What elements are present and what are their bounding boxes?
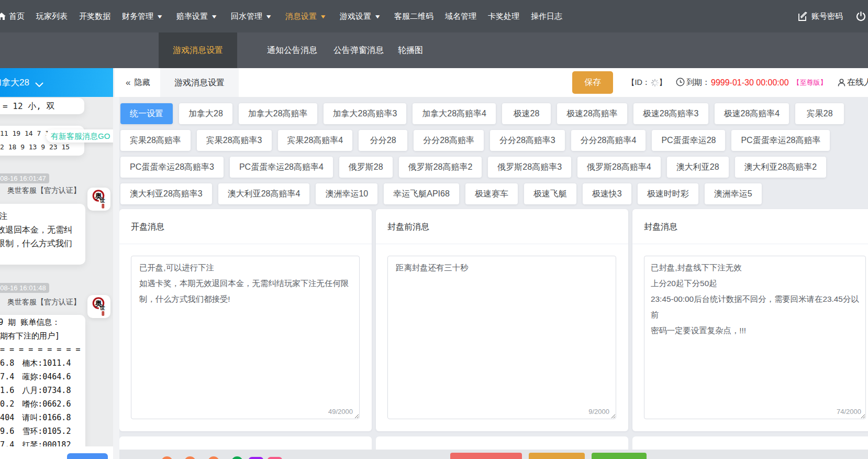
chat-timestamp: 2023-08-16 16:01:47: [0, 173, 49, 183]
bottom-action-button[interactable]: [592, 453, 647, 459]
avatar[interactable]: 奥世: [87, 295, 110, 318]
chat-scrollbar[interactable]: [113, 97, 119, 459]
nav-item-label: 回水管理: [231, 12, 262, 21]
game-tab[interactable]: 统一设置: [120, 103, 173, 124]
game-tab[interactable]: 幸运飞艇API68: [384, 183, 459, 204]
tab-game-message-settings[interactable]: 游戏消息设置: [160, 68, 239, 97]
contact-icon[interactable]: [161, 456, 173, 459]
double-chevron-left-icon: «: [126, 78, 130, 88]
nav-item-label: 客服二维码: [394, 12, 433, 21]
game-tab[interactable]: 加拿大28高赔率: [239, 103, 317, 124]
game-tab[interactable]: 极速28高赔率3: [633, 103, 708, 124]
chevron-down-icon: ▼: [265, 14, 275, 19]
nav-item[interactable]: 游戏设置 ▼: [340, 12, 383, 21]
person-icon: [837, 78, 846, 87]
game-tab[interactable]: PC蛋蛋幸运28高赔率4: [230, 157, 333, 178]
game-tab[interactable]: PC蛋蛋幸运28高赔率: [731, 130, 830, 151]
game-tab[interactable]: 分分28高赔率4: [571, 130, 646, 151]
game-tab[interactable]: 极速28: [502, 103, 551, 124]
nav-item[interactable]: 域名管理 ▼: [445, 12, 476, 21]
game-tab[interactable]: 澳大利亚28高赔率3: [120, 183, 212, 204]
svg-text:世: 世: [99, 305, 105, 311]
game-tab[interactable]: 极速赛车: [465, 183, 518, 204]
contact-icon[interactable]: [249, 457, 263, 459]
game-tab[interactable]: 宾果28高赔率: [120, 130, 191, 151]
send-button[interactable]: [67, 453, 108, 459]
game-tab[interactable]: PC蛋蛋幸运28: [652, 130, 725, 151]
hide-sidebar-button[interactable]: « 隐藏: [126, 68, 150, 97]
game-tab[interactable]: 宾果28: [795, 103, 844, 124]
nav-item[interactable]: 消息设置 ▼: [285, 12, 328, 21]
nav-item[interactable]: 客服二维码 ▼: [394, 12, 433, 21]
game-tab[interactable]: 宾果28高赔率3: [197, 130, 272, 151]
chat-header[interactable]: 加拿大28: [0, 68, 113, 97]
home-icon[interactable]: [0, 12, 6, 23]
game-tab[interactable]: 加拿大28高赔率3: [324, 103, 407, 124]
chat-bubble-text: 宝宝:0.0404 请叫:0166.8: [0, 411, 85, 424]
chevron-down-icon: ▼: [210, 14, 221, 19]
account-password-link[interactable]: 账号密码: [798, 0, 843, 32]
nav-item-label: 财务管理: [122, 12, 153, 21]
message-textarea[interactable]: [131, 256, 360, 419]
game-tab[interactable]: 分分28高赔率: [414, 130, 484, 151]
bottom-action-button[interactable]: [529, 453, 585, 459]
game-tab[interactable]: 澳洲幸运10: [316, 183, 377, 204]
sub-nav-item[interactable]: 游戏消息设置: [159, 32, 237, 68]
nav-item[interactable]: 赔率设置 ▼: [176, 12, 219, 21]
game-tab[interactable]: 极速快3: [583, 183, 631, 204]
game-tab[interactable]: PC蛋蛋幸运28高赔率3: [120, 157, 224, 178]
save-button[interactable]: 保存: [572, 71, 613, 94]
game-tab[interactable]: 俄罗斯28高赔率4: [577, 157, 661, 178]
nav-item[interactable]: 操作日志 ▼: [531, 12, 562, 21]
nav-item[interactable]: 首页 ▼: [9, 12, 25, 21]
account-password-label: 账号密码: [811, 12, 843, 21]
chat-message-list[interactable]: = 12 小, 双 11 19 14 7 16 32 18 9 13 9 23 …: [0, 97, 113, 446]
game-tab[interactable]: 澳洲幸运5: [705, 183, 762, 204]
game-tab[interactable]: 极速28高赔率4: [715, 103, 789, 124]
game-tab[interactable]: 澳大利亚28高赔率2: [735, 157, 827, 178]
game-tab[interactable]: 分分28: [359, 130, 407, 151]
game-tab[interactable]: 俄罗斯28: [339, 157, 393, 178]
game-tab[interactable]: 澳大利亚28: [667, 157, 729, 178]
avatar[interactable]: 奥世: [87, 188, 110, 211]
nav-item[interactable]: 财务管理 ▼: [122, 12, 165, 21]
chat-input-area[interactable]: [0, 446, 113, 459]
game-tab[interactable]: 极速时时彩: [638, 183, 698, 204]
game-tab[interactable]: 分分28高赔率3: [490, 130, 565, 151]
chevron-down-icon: ▼: [374, 14, 384, 19]
power-icon[interactable]: [855, 11, 866, 24]
sub-nav: 游戏消息设置 通知公告消息 公告弹窗消息 轮播图: [0, 32, 868, 68]
chat-sidebar: 加拿大28 = 12 小, 双 11 19 14 7 16 32 18 9 13…: [0, 68, 113, 459]
sub-nav-item[interactable]: 轮播图: [392, 32, 429, 68]
game-tab[interactable]: 俄罗斯28高赔率2: [399, 157, 482, 178]
game-tab[interactable]: 澳大利亚28高赔率4: [218, 183, 310, 204]
sub-nav-item[interactable]: 通知公告消息: [261, 32, 324, 68]
bottom-action-button[interactable]: [450, 453, 522, 459]
game-tab[interactable]: 宾果28高赔率4: [278, 130, 353, 151]
sub-nav-item[interactable]: 公告弹窗消息: [327, 32, 390, 68]
game-tab[interactable]: 加拿大28高赔率4: [413, 103, 496, 124]
main-area: « 隐藏 游戏消息设置 保存 【ID： 】 到期： 9999-01-30 00:…: [113, 68, 868, 459]
online-count[interactable]: 在线人数: [837, 68, 868, 97]
new-service-message-notice[interactable]: 有新客服消息GO: [46, 129, 113, 143]
game-tab[interactable]: 俄罗斯28高赔率3: [488, 157, 571, 178]
contact-icon[interactable]: [208, 456, 219, 459]
nav-item[interactable]: 卡奖处理 ▼: [488, 12, 519, 21]
message-textarea[interactable]: [387, 256, 616, 419]
contact-icon[interactable]: [268, 457, 282, 459]
id-prefix: 【ID：: [627, 78, 650, 88]
game-tab[interactable]: 加拿大28: [179, 103, 232, 124]
nav-item[interactable]: 开奖数据 ▼: [79, 12, 110, 21]
game-tab[interactable]: 极速飞艇: [524, 183, 576, 204]
nav-item[interactable]: 回水管理 ▼: [231, 12, 274, 21]
chevron-down-icon: [35, 80, 43, 90]
nav-item[interactable]: 玩家列表 ▼: [36, 12, 68, 21]
message-textarea[interactable]: [644, 256, 866, 419]
contact-icon[interactable]: [231, 456, 243, 459]
expiry-info: 到期： 9999-01-30 00:00:00 【至尊版】: [676, 68, 827, 97]
expiry-date: 9999-01-30 00:00:00: [711, 78, 789, 88]
top-nav: 首页 ▼ 玩家列表 ▼ 开奖数据 ▼ 财务管理 ▼ 赔率设置 ▼: [0, 0, 868, 32]
chat-bubble-text: 天空:0731.6 八月:0734.8: [0, 384, 85, 397]
game-tab[interactable]: 极速28高赔率: [557, 103, 627, 124]
contact-icon[interactable]: [184, 456, 196, 459]
